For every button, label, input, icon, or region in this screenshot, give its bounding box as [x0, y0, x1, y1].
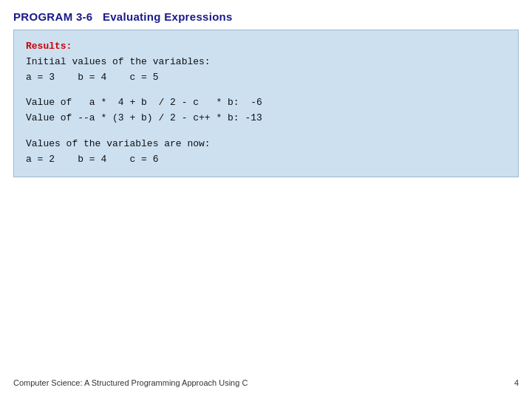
program-number: PROGRAM 3-6 — [13, 10, 92, 23]
results-label: Results: — [26, 41, 72, 52]
code-output-box: Results: Initial values of the variables… — [13, 30, 519, 177]
spacer-1 — [26, 85, 506, 95]
output-line-5: Value of --a * (3 + b) / 2 - c++ * b: -1… — [26, 111, 506, 126]
output-line-2: a = 3 b = 4 c = 5 — [26, 70, 506, 86]
program-subtitle: Evaluating Expressions — [103, 10, 233, 23]
footer-right: 4 — [514, 378, 519, 387]
footer-left: Computer Science: A Structured Programmi… — [13, 378, 248, 387]
output-line-4: Value of a * 4 + b / 2 - c * b: -6 — [26, 95, 506, 111]
output-line-8: Values of the variables are now: — [26, 137, 506, 152]
output-line-9: a = 2 b = 4 c = 6 — [26, 152, 506, 168]
output-line-1: Initial values of the variables: — [26, 55, 506, 70]
page-title: PROGRAM 3-6 Evaluating Expressions — [13, 10, 233, 23]
spacer-2 — [26, 126, 506, 137]
